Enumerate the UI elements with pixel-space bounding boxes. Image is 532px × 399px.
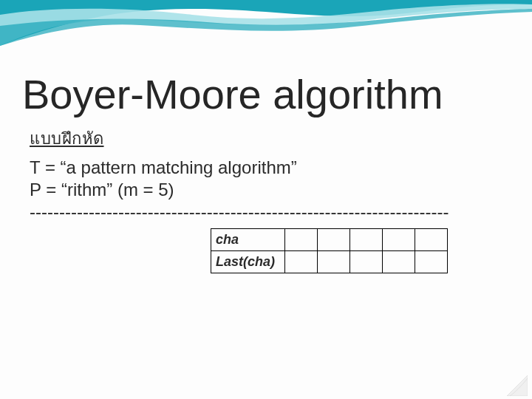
row-header-last: Last(cha)	[211, 251, 285, 273]
table-cell	[285, 229, 318, 251]
table-row: Last(cha)	[211, 251, 448, 273]
slide-title: Boyer-Moore algorithm	[22, 70, 532, 118]
table-cell	[350, 229, 383, 251]
table-cell	[383, 251, 415, 273]
table-cell	[350, 251, 383, 273]
table-cell	[383, 229, 415, 251]
row-header-cha: cha	[211, 229, 285, 251]
table-cell	[415, 251, 448, 273]
exercise-label: แบบฝึกหัด	[30, 126, 532, 151]
last-function-table: cha Last(cha)	[211, 228, 448, 273]
text-T-line: T = “a pattern matching algorithm”	[30, 157, 532, 178]
page-curl-icon	[507, 375, 528, 396]
decorative-waves	[0, 0, 532, 52]
separator-dashes: ----------------------------------------…	[30, 202, 532, 222]
table-cell	[318, 251, 350, 273]
text-P-line: P = “rithm” (m = 5)	[30, 180, 532, 200]
table-cell	[318, 229, 350, 251]
table-cell	[285, 251, 318, 273]
table-row: cha	[211, 229, 448, 251]
table-cell	[415, 229, 448, 251]
